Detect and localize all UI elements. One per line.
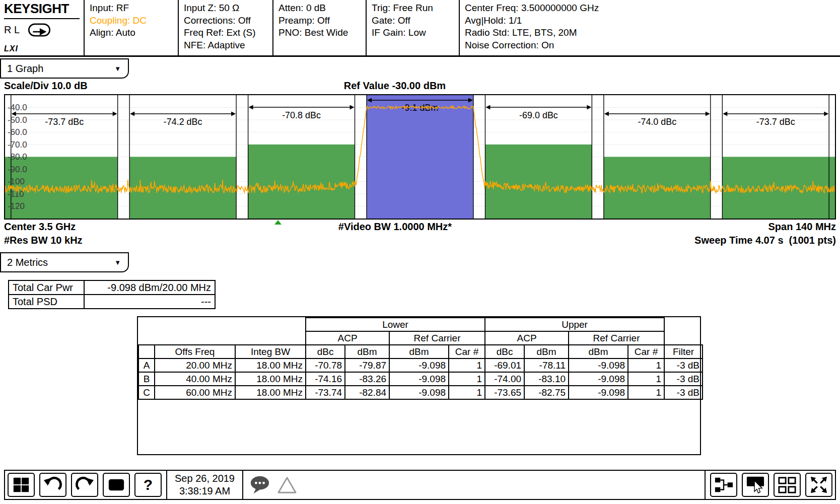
status-align[interactable]: Align: Auto <box>90 27 173 39</box>
status-atten[interactable]: Atten: 0 dB <box>278 2 361 15</box>
acp-cell: 18.00 MHz <box>235 358 306 372</box>
table-row: Total Car Pwr -9.098 dBm/20.00 MHz <box>9 280 215 295</box>
date-label: Sep 26, 2019 <box>175 472 235 485</box>
status-nfe[interactable]: NFE: Adaptive <box>184 39 267 52</box>
undo-button[interactable] <box>39 473 66 497</box>
status-column-atten: Atten: 0 dB Preamp: Off PNO: Best Wide <box>273 0 367 55</box>
sweep-time-annotation[interactable]: Sweep Time 4.07 s (1001 pts) <box>694 235 836 246</box>
svg-text:-74.2 dBc: -74.2 dBc <box>164 117 202 127</box>
status-header: KEYSIGHT R L LXI Input: RF Coupling: DC … <box>0 0 840 57</box>
acp-group-header-row: Lower Upper <box>138 318 703 331</box>
col-header-car: Car # <box>449 345 485 358</box>
col-header-offs-freq: Offs Freq <box>155 345 235 358</box>
status-radio-std[interactable]: Radio Std: LTE, BTS, 20M <box>465 27 835 39</box>
spectrum-plot[interactable]: -9.1 dBm-70.8 dBc-69.0 dBc-74.2 dBc-74.0… <box>4 94 836 220</box>
svg-text:-74.0 dBc: -74.0 dBc <box>638 117 676 127</box>
acp-group-upper: Upper <box>485 318 664 331</box>
svg-text:-70.8 dBc: -70.8 dBc <box>282 110 321 120</box>
redo-button[interactable] <box>71 473 98 497</box>
svg-text:-50.0: -50.0 <box>8 115 27 125</box>
acp-cell: -73.65 <box>485 386 524 399</box>
acp-cell: -69.01 <box>485 358 524 372</box>
window-layout-button[interactable] <box>774 473 801 497</box>
svg-text:-80.0: -80.0 <box>8 152 27 162</box>
status-pno[interactable]: PNO: Best Wide <box>278 27 361 39</box>
metrics-window-selector[interactable]: 2 Metrics ▼ <box>0 252 129 272</box>
fullscreen-arrows-icon <box>809 475 828 494</box>
table-row: Total PSD --- <box>9 295 215 309</box>
redo-icon <box>75 475 94 494</box>
svg-text:-70.0: -70.0 <box>8 140 27 150</box>
acp-cell: 20.00 MHz <box>155 358 235 372</box>
graph-window-selector[interactable]: 1 Graph ▼ <box>0 58 129 79</box>
status-gate[interactable]: Gate: Off <box>372 15 454 27</box>
graph-window: 1 Graph ▼ Scale/Div 10.0 dB Ref Value -3… <box>0 58 840 248</box>
acp-cell: -3 dB <box>664 358 703 372</box>
acp-cell: -83.10 <box>524 372 569 386</box>
system-menu-button[interactable] <box>8 473 35 497</box>
acp-cell: -9.098 <box>569 358 628 372</box>
undo-icon <box>43 475 62 494</box>
acp-cell: -9.098 <box>569 386 628 399</box>
rl-indicator: R L <box>4 24 20 36</box>
alert-triangle-icon <box>276 475 298 494</box>
status-corrections[interactable]: Corrections: Off <box>184 15 267 27</box>
help-question-icon: ? <box>144 476 153 493</box>
svg-text:-69.0 dBc: -69.0 dBc <box>519 110 558 120</box>
dropdown-arrow-icon: ▼ <box>114 259 121 266</box>
acp-cell: 1 <box>628 372 664 386</box>
svg-text:-120: -120 <box>8 201 25 211</box>
acp-column-header-row: Offs Freq Integ BW dBc dBm dBm Car # dBc… <box>138 345 703 358</box>
center-freq-annotation[interactable]: Center 3.5 GHz <box>4 221 76 233</box>
time-label: 3:38:19 AM <box>175 485 235 497</box>
total-car-pwr-value: -9.098 dBm/20.00 MHz <box>84 280 215 295</box>
windows-logo-icon <box>12 476 30 494</box>
toolbar-divider <box>166 471 167 499</box>
acp-cell: -74.16 <box>306 372 345 386</box>
acp-row-label: C <box>138 386 155 399</box>
message-bubble-icon[interactable] <box>249 475 270 495</box>
col-header-dbm: dBm <box>389 345 449 358</box>
status-input-z[interactable]: Input Z: 50 Ω <box>184 2 267 15</box>
status-noise-correction[interactable]: Noise Correction: On <box>465 39 835 52</box>
status-center-freq[interactable]: Center Freq: 3.500000000 GHz <box>465 2 835 15</box>
status-input[interactable]: Input: RF <box>90 2 173 15</box>
status-freq-ref[interactable]: Freq Ref: Ext (S) <box>184 27 267 39</box>
status-preamp[interactable]: Preamp: Off <box>278 15 361 27</box>
total-psd-value: --- <box>84 295 215 309</box>
status-if-gain[interactable]: IF Gain: Low <box>372 27 454 39</box>
system-toolbar: ? Sep 26, 2019 3:38:19 AM <box>4 470 836 500</box>
window-layout-icon <box>778 475 797 494</box>
status-trig[interactable]: Trig: Free Run <box>372 2 454 15</box>
block-diagram-icon <box>714 475 733 494</box>
svg-text:-73.7 dBc: -73.7 dBc <box>756 117 795 127</box>
col-header-car: Car # <box>628 345 664 358</box>
screen-capture-button[interactable] <box>103 473 130 497</box>
ref-value-setting[interactable]: Ref Value -30.00 dBm <box>344 80 446 92</box>
acp-results-table: Lower Upper ACP Ref Carrier ACP Ref Carr… <box>138 317 703 400</box>
touch-control-button[interactable] <box>742 473 769 497</box>
acp-subheader: ACP <box>485 331 569 345</box>
res-bw-annotation[interactable]: #Res BW 10 kHz <box>4 235 83 246</box>
status-avg-hold[interactable]: Avg|Hold: 1/1 <box>465 15 835 27</box>
acp-cell: -3 dB <box>664 386 703 399</box>
acp-row-A: A 20.00 MHz 18.00 MHz -70.78 -79.87 -9.0… <box>138 358 703 372</box>
acp-cell: -79.87 <box>345 358 389 372</box>
span-annotation[interactable]: Span 140 MHz <box>768 221 836 233</box>
video-bw-annotation[interactable]: #Video BW 1.0000 MHz* <box>338 221 452 233</box>
spectrum-trace-canvas: -9.1 dBm-70.8 dBc-69.0 dBc-74.2 dBc-74.0… <box>5 95 835 219</box>
acp-cell: -73.74 <box>306 386 345 399</box>
status-coupling[interactable]: Coupling: DC <box>90 15 173 27</box>
acp-cell: 18.00 MHz <box>235 372 306 386</box>
fullscreen-button[interactable] <box>805 473 832 497</box>
col-header-integ-bw: Integ BW <box>235 345 306 358</box>
acp-cell: -9.098 <box>389 358 449 372</box>
scale-div-setting[interactable]: Scale/Div 10.0 dB <box>4 80 88 92</box>
total-psd-label: Total PSD <box>9 295 84 309</box>
datetime-display: Sep 26, 2019 3:38:19 AM <box>172 472 238 497</box>
message-area <box>242 471 706 499</box>
acp-cell: 18.00 MHz <box>235 386 306 399</box>
acp-cell: -82.75 <box>524 386 569 399</box>
block-diagram-button[interactable] <box>710 473 737 497</box>
help-button[interactable]: ? <box>134 473 162 497</box>
